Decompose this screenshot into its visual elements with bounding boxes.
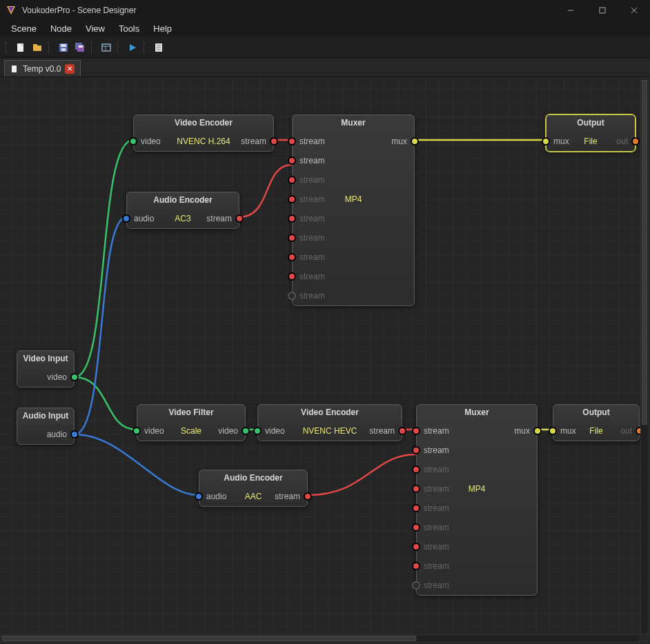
menu-node[interactable]: Node [43, 21, 79, 36]
minimize-button[interactable] [555, 0, 587, 21]
port-label: video [144, 426, 164, 436]
port-stream-in[interactable] [288, 292, 296, 300]
scrollbar-thumb[interactable] [642, 80, 647, 425]
port-row: stream [293, 170, 414, 190]
svg-rect-16 [102, 44, 110, 51]
port-label: stream [299, 214, 325, 223]
port-mux-in[interactable] [542, 137, 550, 145]
node-audio-encoder-1[interactable]: Audio Encoder audio AC3 stream [126, 192, 239, 229]
port-stream-in[interactable] [412, 504, 420, 512]
port-mux-in[interactable] [549, 427, 557, 435]
port-row: audio AAC stream [199, 487, 307, 506]
port-out[interactable] [631, 137, 640, 145]
port-stream-in[interactable] [288, 253, 296, 261]
port-mux-out[interactable] [533, 427, 542, 435]
port-label: stream [299, 175, 325, 185]
node-muxer-2[interactable]: Muxer stream mux stream stream stream MP… [416, 404, 538, 596]
port-video-in[interactable] [129, 137, 137, 145]
window-title: VoukoderPro - Scene Designer [22, 6, 555, 15]
port-stream-in[interactable] [412, 562, 420, 570]
port-stream-in[interactable] [288, 157, 296, 165]
port-stream-out[interactable] [304, 492, 312, 501]
port-stream-in[interactable] [412, 465, 420, 474]
title-bar: VoukoderPro - Scene Designer [0, 0, 650, 21]
port-label: audio [206, 492, 226, 501]
run-button[interactable] [126, 41, 139, 54]
layout-button[interactable] [99, 41, 113, 54]
port-stream-in[interactable] [288, 272, 296, 281]
port-row: stream [417, 441, 537, 460]
port-row: stream [417, 556, 537, 576]
port-label: stream [299, 156, 325, 165]
port-video-out[interactable] [242, 427, 250, 435]
menu-help[interactable]: Help [146, 21, 179, 36]
node-value: File [589, 426, 602, 436]
port-label: stream [424, 523, 449, 532]
save-all-button[interactable] [73, 41, 87, 54]
port-stream-in[interactable] [288, 137, 296, 145]
node-video-encoder-1[interactable]: Video Encoder video NVENC H.264 stream [133, 114, 274, 152]
close-button[interactable] [618, 0, 650, 21]
port-row: stream [293, 267, 414, 286]
port-label: mux [514, 426, 530, 436]
node-title: Video Encoder [258, 405, 402, 421]
menu-view[interactable]: View [79, 21, 112, 36]
port-video-out[interactable] [70, 373, 79, 381]
port-stream-out[interactable] [398, 427, 406, 435]
port-row: stream [293, 286, 414, 305]
node-title: Audio Encoder [127, 192, 239, 209]
node-title: Video Encoder [134, 115, 273, 132]
port-row: video NVENC HEVC stream [258, 421, 402, 441]
port-stream-in[interactable] [288, 214, 296, 223]
port-audio-in[interactable] [195, 492, 203, 501]
maximize-button[interactable] [587, 0, 618, 21]
menu-scene[interactable]: Scene [4, 21, 43, 36]
save-button[interactable] [57, 41, 70, 54]
port-stream-in[interactable] [412, 581, 420, 590]
port-label: stream [206, 214, 232, 223]
node-audio-input[interactable]: Audio Input audio [17, 407, 75, 445]
menu-tools[interactable]: Tools [112, 21, 146, 36]
node-value: File [584, 137, 597, 146]
port-stream-in[interactable] [288, 176, 296, 184]
port-stream-in[interactable] [412, 523, 420, 532]
node-video-filter[interactable]: Video Filter video Scale video [137, 404, 246, 441]
port-stream-in[interactable] [412, 543, 420, 551]
tab-close-button[interactable]: ✕ [65, 64, 75, 74]
port-row: stream [293, 151, 414, 170]
scrollbar-thumb[interactable] [2, 636, 416, 641]
node-audio-encoder-2[interactable]: Audio Encoder audio AAC stream [199, 470, 308, 507]
node-title: Video Filter [137, 405, 245, 421]
node-muxer-1[interactable]: Muxer stream mux stream stream stream MP… [292, 114, 415, 306]
open-scene-button[interactable] [30, 41, 44, 54]
port-stream-in[interactable] [288, 234, 296, 242]
port-audio-in[interactable] [122, 214, 130, 223]
node-video-encoder-2[interactable]: Video Encoder video NVENC HEVC stream [257, 404, 402, 441]
log-button[interactable] [152, 41, 166, 54]
port-video-in[interactable] [132, 427, 141, 435]
toolbar [0, 37, 650, 58]
port-label: stream [299, 291, 325, 301]
port-label: out [616, 137, 628, 146]
node-video-input[interactable]: Video Input video [17, 350, 75, 388]
port-row: video NVENC H.264 stream [134, 132, 273, 151]
port-audio-out[interactable] [70, 430, 79, 439]
port-stream-in[interactable] [412, 427, 420, 435]
canvas-area[interactable]: Video Input video Audio Input audio Vide… [0, 77, 650, 644]
node-title: Video Input [17, 351, 74, 368]
port-video-in[interactable] [253, 427, 262, 435]
port-mux-out[interactable] [411, 137, 419, 145]
node-output-2[interactable]: Output mux File out [553, 404, 640, 441]
node-output-1[interactable]: Output mux File out [546, 114, 636, 152]
port-row: stream [293, 248, 414, 267]
port-label: stream [424, 503, 449, 513]
document-tab[interactable]: Temp v0.0 ✕ [4, 60, 81, 77]
port-stream-in[interactable] [412, 446, 420, 454]
port-stream-out[interactable] [235, 214, 244, 223]
new-scene-button[interactable] [14, 41, 28, 54]
horizontal-scrollbar[interactable] [0, 634, 640, 643]
document-tab-label: Temp v0.0 [23, 64, 61, 74]
port-stream-out[interactable] [270, 137, 278, 145]
port-row: stream mux [417, 421, 537, 441]
vertical-scrollbar[interactable] [640, 78, 649, 634]
